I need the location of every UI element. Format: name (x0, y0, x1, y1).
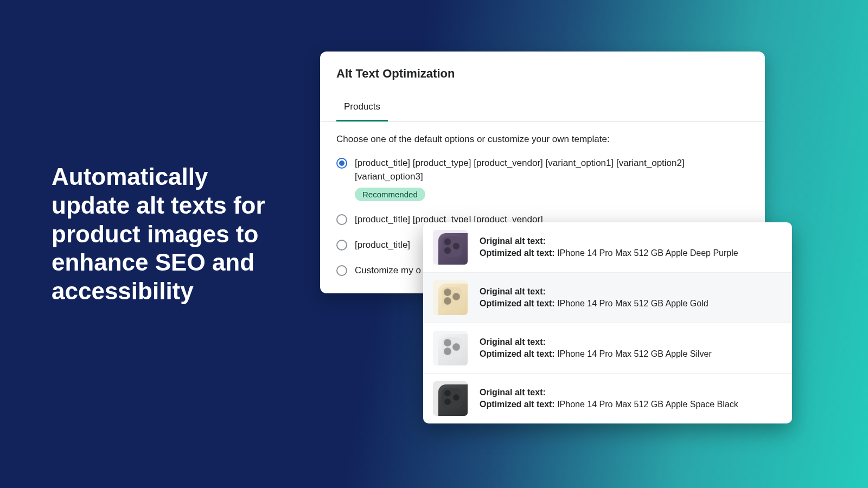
original-label: Original alt text: (480, 388, 546, 397)
preview-text: Original alt text: Optimized alt text: I… (480, 235, 738, 260)
radio-icon (336, 240, 347, 251)
original-label: Original alt text: (480, 337, 546, 346)
optimized-label: Optimized alt text: (480, 248, 555, 258)
template-option-label: [product_title] [product_type] [product_… (355, 157, 749, 183)
radio-icon (336, 265, 347, 276)
original-label: Original alt text: (480, 287, 546, 296)
optimized-value: IPhone 14 Pro Max 512 GB Apple Deep Purp… (557, 248, 738, 258)
recommended-badge: Recommended (355, 188, 425, 201)
preview-row: Original alt text: Optimized alt text: I… (423, 323, 792, 374)
template-option-1[interactable]: [product_title] [product_type] [product_… (336, 157, 749, 201)
preview-text: Original alt text: Optimized alt text: I… (480, 387, 738, 411)
optimized-label: Optimized alt text: (480, 349, 555, 358)
optimized-label: Optimized alt text: (480, 299, 555, 308)
preview-text: Original alt text: Optimized alt text: I… (480, 286, 709, 310)
product-thumbnail-icon (433, 280, 468, 315)
optimized-value: IPhone 14 Pro Max 512 GB Apple Gold (557, 299, 708, 308)
marketing-headline: Automatically update alt texts for produ… (52, 163, 290, 306)
optimized-label: Optimized alt text: (480, 400, 555, 409)
product-thumbnail-icon (433, 331, 468, 365)
instruction-text: Choose one of the default options or cus… (336, 134, 749, 145)
tabs: Products (320, 96, 765, 122)
optimized-value: IPhone 14 Pro Max 512 GB Apple Space Bla… (557, 400, 738, 409)
radio-icon (336, 158, 347, 169)
radio-icon (336, 214, 347, 225)
product-thumbnail-icon (433, 381, 468, 416)
preview-text: Original alt text: Optimized alt text: I… (480, 336, 712, 361)
preview-row: Original alt text: Optimized alt text: I… (423, 374, 792, 423)
product-thumbnail-icon (433, 230, 468, 265)
tab-products[interactable]: Products (336, 96, 388, 121)
optimized-value: IPhone 14 Pro Max 512 GB Apple Silver (557, 349, 712, 358)
preview-card: Original alt text: Optimized alt text: I… (423, 222, 792, 423)
preview-row: Original alt text: Optimized alt text: I… (423, 273, 792, 323)
card-title: Alt Text Optimization (336, 67, 749, 81)
preview-row: Original alt text: Optimized alt text: I… (423, 222, 792, 273)
original-label: Original alt text: (480, 236, 546, 246)
